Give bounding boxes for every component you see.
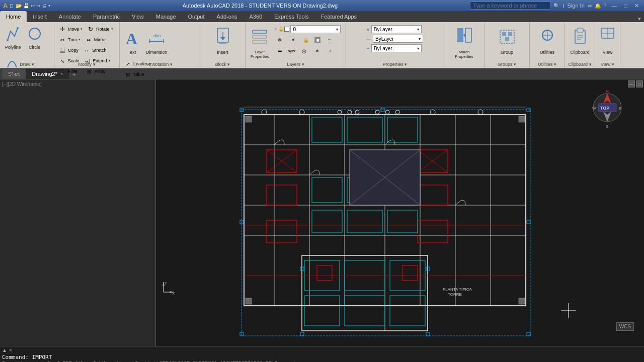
maximize-button[interactable]: □ [622, 3, 629, 9]
layer-freeze2-button[interactable]: ❄ [311, 46, 323, 56]
layer-freeze-button[interactable]: ❄ [274, 35, 286, 45]
compass-widget[interactable]: N S W E TOP [591, 89, 624, 130]
dimension-label: Dimension [146, 50, 168, 55]
layer-previous-button[interactable]: ⬅Layer [274, 46, 297, 56]
dimension-button[interactable]: dim Dimension [143, 24, 171, 57]
layer-lock-button[interactable]: 🔒 [300, 35, 312, 45]
circle-button[interactable]: Circle [25, 24, 45, 52]
groups-group-label[interactable]: Groups [485, 62, 529, 67]
stretch-button[interactable]: ↔Stretch [80, 45, 108, 55]
match-properties-label: MatchProperties [455, 50, 473, 59]
tab-featured-apps[interactable]: Featured Apps [315, 11, 363, 22]
svg-rect-13 [253, 35, 267, 38]
circle-label: Circle [29, 45, 40, 50]
tab-view[interactable]: View [126, 11, 150, 22]
modify-group-label[interactable]: Modify [54, 62, 119, 67]
clipboard-button[interactable]: Clipboard [567, 24, 593, 57]
tab-express-tools[interactable]: Express Tools [268, 11, 314, 22]
left-panel: [−][2D Wireframe] [0, 79, 156, 346]
layer-properties-button[interactable]: LayerProperties [248, 24, 272, 61]
layer-off2-button[interactable]: ○ [324, 46, 336, 56]
tab-output[interactable]: Output [182, 11, 211, 22]
layer-properties-label: LayerProperties [251, 50, 269, 59]
copy-button[interactable]: ⿺Copy [56, 45, 80, 55]
wcs-badge: WCS [616, 322, 634, 331]
canvas-area[interactable]: — □ [156, 79, 644, 346]
arc-label: Arc [9, 72, 16, 77]
ribbon-group-view: View View [595, 22, 620, 68]
ribbon-dropdown-icon[interactable]: ▾ [638, 16, 641, 22]
layer-dropdown-arrow: ▾ [336, 27, 338, 32]
match-properties-button[interactable]: MatchProperties [452, 24, 476, 61]
tab-annotate[interactable]: Annotate [53, 11, 87, 22]
polyline-button[interactable]: Polyline [2, 24, 24, 52]
insert-button[interactable]: Insert [212, 24, 233, 57]
y-axis-indicator: Y X [161, 280, 176, 296]
array-button[interactable]: ⊞Array▾ [83, 66, 111, 76]
annotation-group-label[interactable]: Annotation [120, 62, 200, 67]
linetype-dropdown[interactable]: ByLayer ▾ [373, 35, 423, 43]
ribbon-group-properties: ■ ByLayer ▾ — ByLayer ▾ ━ [346, 22, 444, 68]
tab-addons[interactable]: Add-ons [211, 11, 244, 22]
layer-color-button[interactable]: ■ [313, 35, 322, 45]
quick-access-print[interactable]: 🖨 [42, 3, 47, 9]
help-icon[interactable]: ? [604, 3, 607, 9]
text-label: Text [128, 50, 136, 55]
quick-access-new[interactable]: 🗋 [9, 3, 14, 9]
fillet-button[interactable]: ⌒Fillet▾ [56, 66, 83, 76]
polyline-label: Polyline [5, 45, 21, 50]
properties-color-icon: ■ [367, 27, 369, 32]
search-icon[interactable]: 🔍 [553, 3, 559, 9]
layer-status-icon: ☀ [274, 27, 278, 32]
tab-a360[interactable]: A360 [244, 11, 269, 22]
cmd-close-icon[interactable]: × [9, 347, 12, 353]
svg-point-2 [29, 28, 40, 39]
vp-restore-button[interactable]: □ [636, 80, 643, 87]
draw-group-label[interactable]: Draw [0, 62, 54, 67]
search-input[interactable] [470, 2, 550, 10]
quick-access-undo[interactable]: ↩ [31, 3, 35, 9]
trim-button[interactable]: ✂Trim▾ [56, 35, 82, 45]
block-group-label[interactable]: Block [200, 62, 245, 67]
tab-parametric[interactable]: Parametric [87, 11, 126, 22]
view-label-btn: View [603, 50, 612, 55]
layers-group-label[interactable]: Layers [246, 62, 346, 67]
mirror-button[interactable]: ⇔Mirror [83, 35, 108, 45]
quick-access-redo[interactable]: ↪ [36, 3, 40, 9]
text-button[interactable]: A Text [122, 24, 142, 57]
svg-text:E: E [619, 106, 621, 111]
svg-rect-21 [508, 32, 512, 36]
exchange-icon[interactable]: ⇄ [588, 3, 592, 9]
update-icon[interactable]: 🔔 [595, 3, 601, 9]
utilities-group-label[interactable]: Utilities [530, 62, 565, 67]
properties-group-label[interactable]: Properties [346, 62, 444, 67]
svg-marker-10 [220, 37, 225, 40]
clipboard-group-label[interactable]: Clipboard [565, 62, 595, 67]
info-icon[interactable]: ℹ [562, 3, 565, 9]
rotate-button[interactable]: ↻Rotate▾ [85, 24, 115, 34]
layer-off-button[interactable]: ☀ [287, 35, 299, 45]
lineweight-dropdown[interactable]: ByLayer ▾ [371, 44, 422, 52]
layer-isolate-button[interactable]: ◎ [298, 46, 310, 56]
quick-access-open[interactable]: 📂 [16, 3, 22, 9]
group-button[interactable]: Group [496, 24, 518, 57]
close-button[interactable]: ✕ [632, 3, 641, 9]
layer-match-button[interactable]: ≡ [323, 35, 335, 45]
table-button[interactable]: ⊞Table [122, 69, 160, 79]
view-button[interactable]: View [598, 24, 618, 57]
tab-insert[interactable]: Insert [27, 11, 53, 22]
color-dropdown[interactable]: ByLayer ▾ [371, 25, 422, 33]
vp-minimize-button[interactable]: — [628, 80, 635, 87]
quick-access-save[interactable]: 💾 [23, 3, 29, 9]
svg-rect-106 [246, 116, 252, 122]
move-button[interactable]: ✛Move▾ [56, 24, 84, 34]
svg-text:W: W [592, 106, 596, 111]
minimize-button[interactable]: — [609, 3, 619, 9]
view-group-label[interactable]: View [595, 62, 620, 67]
tab-manage[interactable]: Manage [150, 11, 182, 22]
cmd-expand-icon[interactable]: ▲ [2, 347, 7, 353]
tab-home[interactable]: Home [0, 11, 27, 22]
signin-button[interactable]: Sign In [568, 3, 585, 9]
utilities-button[interactable]: Utilities [537, 24, 558, 57]
layer-dropdown[interactable]: 0 ▾ [290, 25, 341, 33]
